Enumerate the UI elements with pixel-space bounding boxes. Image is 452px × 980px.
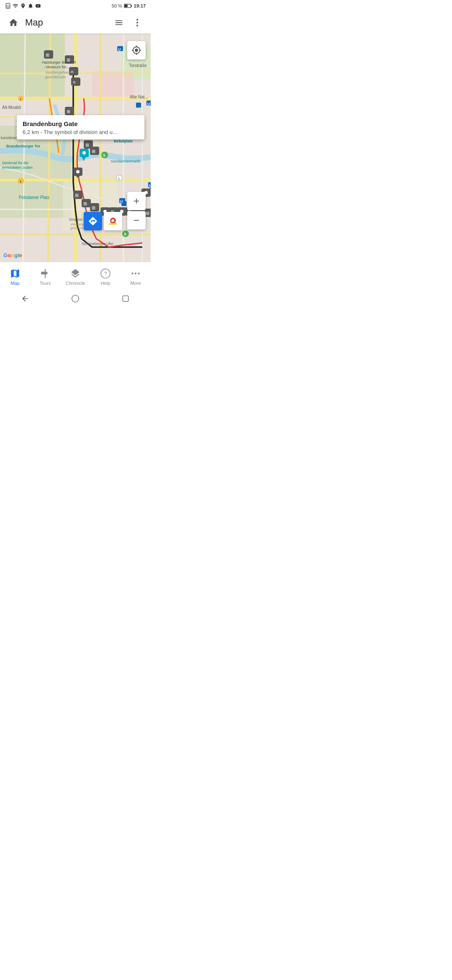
svg-point-116: [135, 273, 136, 274]
recents-button[interactable]: [120, 293, 131, 304]
google-logo: Google: [3, 252, 22, 258]
svg-text:?: ?: [104, 271, 107, 277]
recents-icon: [121, 294, 130, 303]
more-nav-icon: [130, 268, 141, 279]
svg-text:⊞: ⊞: [85, 142, 89, 147]
location-popup[interactable]: Brandenburg Gate 6,2 km - The symbol of …: [17, 115, 144, 139]
svg-text:Torstraße: Torstraße: [129, 63, 147, 68]
svg-rect-3: [131, 5, 132, 6]
home-icon: [8, 18, 18, 28]
svg-rect-12: [92, 71, 134, 101]
wifi-icon: [13, 3, 18, 9]
svg-text:Alt-Moabit: Alt-Moabit: [2, 105, 21, 110]
bottom-nav: Map Tours Chronicle ? He: [0, 262, 151, 291]
svg-rect-119: [123, 296, 128, 301]
svg-text:U: U: [147, 102, 150, 106]
svg-text:Vorübergehend: Vorübergehend: [45, 70, 72, 75]
svg-text:Schöneberger Ufer: Schöneberger Ufer: [82, 242, 113, 246]
chronicle-nav-label: Chronicle: [66, 281, 85, 286]
svg-text:⊞: ⊞: [92, 149, 95, 154]
svg-text:S: S: [103, 153, 105, 157]
svg-text:⊞: ⊞: [146, 211, 149, 216]
location-target-icon: [131, 45, 141, 55]
battery-icon: [124, 3, 132, 9]
home-nav-button[interactable]: [69, 293, 81, 304]
chronicle-icon: [70, 268, 81, 279]
help-icon: ?: [100, 268, 111, 279]
svg-rect-1: [7, 5, 9, 8]
nav-item-more[interactable]: More: [121, 268, 151, 286]
svg-rect-109: [110, 223, 117, 223]
svg-point-115: [131, 273, 133, 274]
system-nav: [0, 291, 151, 306]
svg-point-63: [76, 170, 80, 173]
help-nav-icon: ?: [100, 268, 111, 279]
tours-nav-icon: [39, 268, 51, 279]
nav-item-help[interactable]: ? Help: [90, 268, 121, 286]
back-icon: [21, 294, 29, 303]
more-button[interactable]: [131, 16, 144, 29]
svg-point-118: [72, 295, 79, 302]
nav-item-chronicle[interactable]: Chronicle: [60, 268, 90, 286]
time-display: 19:17: [134, 3, 146, 8]
directions-icon: [88, 216, 98, 226]
svg-text:U: U: [120, 199, 123, 204]
popup-description: 6,2 km - The symbol of division and u...: [23, 129, 139, 135]
locate-me-button[interactable]: [127, 41, 146, 59]
google-maps-icon: G: [107, 215, 119, 227]
svg-text:1: 1: [20, 180, 22, 183]
youtube-icon: [35, 3, 41, 9]
svg-text:Brandenburger Tor: Brandenburger Tor: [6, 144, 41, 148]
battery-text: 50 %: [112, 3, 122, 8]
page-title: Map: [25, 17, 107, 28]
home-button[interactable]: [7, 16, 20, 29]
svg-rect-0: [6, 3, 10, 8]
map-nav-label: Map: [10, 281, 19, 286]
svg-text:Gendarmenmarkt: Gendarmenmarkt: [111, 159, 141, 163]
map-icon: [10, 268, 21, 279]
svg-text:Denkmal für die: Denkmal für die: [2, 161, 28, 165]
svg-rect-26: [136, 103, 141, 108]
svg-point-61: [82, 151, 86, 155]
zoom-in-button[interactable]: +: [127, 192, 146, 210]
svg-text:- Museum für...: - Museum für...: [44, 65, 69, 69]
svg-text:⊞: ⊞: [92, 205, 95, 210]
tours-icon: [40, 268, 51, 279]
chronicle-nav-icon: [69, 268, 81, 279]
svg-text:geschlossen: geschlossen: [45, 75, 66, 79]
help-nav-label: Help: [101, 281, 110, 286]
zoom-controls: + −: [127, 192, 146, 230]
sim-icon: [5, 3, 11, 9]
more-nav-label: More: [130, 281, 141, 286]
back-button[interactable]: [19, 293, 31, 304]
svg-text:⊞: ⊞: [67, 109, 70, 114]
status-left-icons: [5, 3, 41, 9]
svg-text:⊞: ⊞: [83, 201, 87, 206]
svg-point-117: [138, 273, 139, 274]
status-bar: 50 % 19:17: [0, 0, 151, 12]
map-nav-icon: [9, 268, 21, 279]
svg-text:ermordeten Juden: ermordeten Juden: [2, 165, 33, 170]
svg-text:⊞: ⊞: [46, 52, 49, 57]
nav-item-map[interactable]: Map: [0, 268, 30, 286]
nav-item-tours[interactable]: Tours: [30, 268, 60, 286]
location-icon: [20, 3, 26, 9]
svg-text:≡: ≡: [71, 69, 73, 74]
svg-rect-110: [109, 224, 118, 224]
bell-off-icon: [28, 3, 33, 9]
map-view[interactable]: U U U U S S 1 1 ⊞ ⊞ ≡ ≡ ⊞: [0, 34, 151, 262]
svg-text:G: G: [111, 219, 114, 222]
svg-text:⊞: ⊞: [75, 193, 79, 198]
menu-button[interactable]: [112, 16, 126, 29]
svg-text:≡: ≡: [73, 80, 75, 85]
zoom-out-button[interactable]: −: [127, 211, 146, 230]
directions-button[interactable]: [84, 212, 102, 230]
svg-text:Potsdamer Platz: Potsdamer Platz: [19, 195, 49, 200]
menu-icon: [114, 18, 123, 27]
more-vert-icon: [132, 18, 142, 28]
popup-title: Brandenburg Gate: [23, 120, 139, 127]
svg-text:1: 1: [20, 97, 22, 101]
svg-text:U: U: [118, 47, 121, 52]
svg-text:Bebelplatz: Bebelplatz: [114, 139, 133, 143]
google-maps-button[interactable]: G: [104, 212, 122, 230]
